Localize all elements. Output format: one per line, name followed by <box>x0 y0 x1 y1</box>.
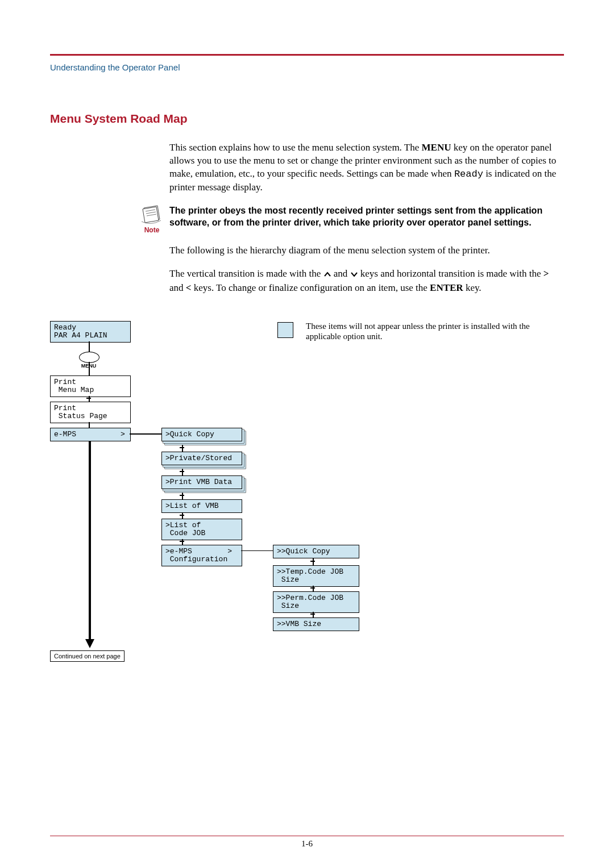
arrow-down-icon <box>85 639 94 648</box>
page-number: 1-6 <box>0 839 614 849</box>
menu-button-icon <box>79 352 99 363</box>
legend-text: These items will not appear unless the p… <box>306 321 545 343</box>
box-print-menu-map: Print Menu Map <box>50 375 131 397</box>
footer-rule <box>50 836 564 836</box>
note-icon <box>134 205 169 225</box>
menu-diagram: These items will not appear unless the p… <box>50 318 564 670</box>
box-list-code-job: >List of Code JOB <box>161 519 242 540</box>
section-header: Understanding the Operator Panel <box>50 62 564 72</box>
box-list-vmb: >List of VMB <box>161 499 242 513</box>
box-vmb-size: >>VMB Size <box>273 617 359 631</box>
chevron-down-icon <box>350 269 358 282</box>
chevron-up-icon <box>323 269 331 282</box>
box-private-stored: >Private/Stored <box>161 452 242 465</box>
continued-label: Continued on next page <box>50 650 125 662</box>
note-label: Note <box>134 226 169 234</box>
box-print-status: Print Status Page <box>50 402 131 423</box>
intro-paragraph: This section explains how to use the men… <box>169 141 564 194</box>
box-quick-copy: >Quick Copy <box>161 428 242 441</box>
transition-paragraph: The vertical transition is made with the… <box>169 268 564 295</box>
top-rule <box>50 54 564 56</box>
box-temp-code: >>Temp.Code JOB Size <box>273 565 359 587</box>
box-ready: Ready PAR A4 PLAIN <box>50 321 131 343</box>
page-title: Menu System Road Map <box>50 112 564 126</box>
legend-box <box>277 322 293 338</box>
note-text: The printer obeys the most recently rece… <box>169 205 564 229</box>
box-emps-config: >e-MPS > Configuration <box>161 545 242 566</box>
box-perm-code: >>Perm.Code JOB Size <box>273 591 359 613</box>
note-block: Note The printer obeys the most recently… <box>134 205 564 234</box>
box-print-vmb: >Print VMB Data <box>161 475 242 489</box>
box-emps: e-MPS > <box>50 428 131 441</box>
box-quick-copy-2: >>Quick Copy <box>273 545 359 558</box>
hierarchy-intro: The following is the hierarchy diagram o… <box>169 244 564 257</box>
